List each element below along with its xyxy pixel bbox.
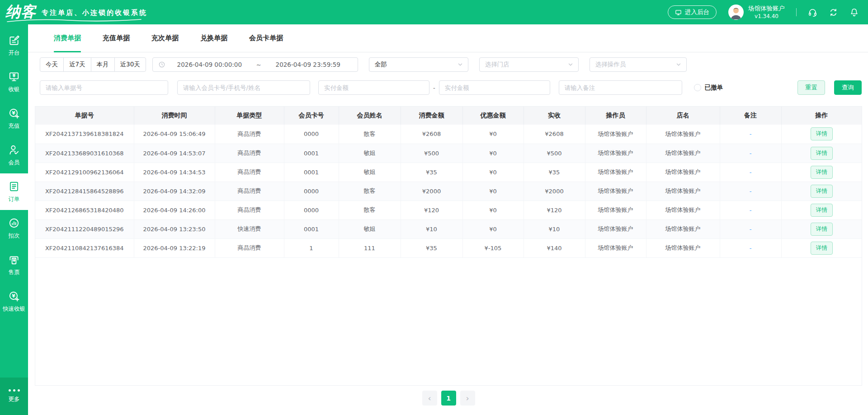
sidebar-item-recharge[interactable]: ¥ 充值 [0, 100, 28, 137]
table-cell: 场馆体验账户 [646, 219, 720, 238]
remark-link[interactable]: - [720, 201, 781, 219]
table-cell: XF2042133689031610368 [35, 144, 134, 163]
amount-max-input[interactable] [439, 80, 550, 95]
range-7days-button[interactable]: 近7天 [63, 57, 91, 72]
orders-table: 单据号 消费时间 单据类型 会员卡号 会员姓名 消费金额 优惠金额 实收 操作员… [35, 107, 862, 258]
date-range-picker[interactable]: 2026-04-09 00:00:00 ~ 2026-04-09 23:59:5… [152, 57, 358, 72]
sync-button[interactable] [829, 8, 838, 17]
detail-button[interactable]: 详情 [811, 185, 833, 198]
detail-button[interactable]: 详情 [811, 223, 833, 236]
sidebar-label: 订单 [9, 195, 20, 203]
col-member-name: 会员姓名 [339, 107, 401, 125]
table-cell: 2026-04-09 14:32:09 [134, 182, 215, 201]
svg-text:¥: ¥ [13, 258, 15, 263]
main-content: 消费单据 充值单据 充次单据 兑换单据 会员卡单据 今天 近7天 本月 近30天… [28, 24, 868, 415]
amount-min-input[interactable] [318, 80, 429, 95]
tab-recharge-orders[interactable]: 充值单据 [103, 24, 130, 52]
type-select[interactable]: 全部 [369, 57, 468, 72]
table-cell: XF2042126865318420480 [35, 201, 134, 219]
action-cell: 详情 [781, 201, 862, 219]
table-cell: 场馆体验账户 [585, 238, 646, 257]
table-body: XF20421371396183818242026-04-09 15:06:49… [35, 125, 862, 257]
current-page-button[interactable]: 1 [441, 391, 456, 406]
detail-button[interactable]: 详情 [811, 127, 833, 140]
enter-backend-button[interactable]: 进入后台 [668, 5, 717, 19]
table-cell: 敏姐 [339, 144, 401, 163]
tab-exchange-orders[interactable]: 兑换单据 [200, 24, 227, 52]
account-text: 场馆体验账户 v1.34.40 [748, 4, 785, 20]
table-cell: 场馆体验账户 [646, 163, 720, 182]
detail-button[interactable]: 详情 [811, 166, 833, 179]
member-search-input[interactable] [177, 80, 310, 95]
sidebar-label: 收银 [9, 85, 20, 93]
brand-tagline: 专注单店、小连锁的收银系统 [42, 9, 147, 17]
remark-link[interactable]: - [720, 125, 781, 144]
customer-service-button[interactable] [808, 8, 817, 17]
revoked-radio[interactable] [694, 84, 701, 91]
table-cell: 0000 [284, 125, 339, 144]
remark-link[interactable]: - [720, 144, 781, 163]
table-cell: 场馆体验账户 [646, 144, 720, 163]
reset-button[interactable]: 重置 [797, 80, 825, 95]
detail-button[interactable]: 详情 [811, 147, 833, 160]
store-select-placeholder: 选择门店 [485, 61, 567, 69]
table-row: XF20421336890316103682026-04-09 14:53:07… [35, 144, 862, 163]
table-cell: ¥0 [462, 219, 524, 238]
topbar: 纳客 专注单店、小连锁的收银系统 进入后台 场馆体验账户 [0, 0, 868, 24]
tab-member-card-orders[interactable]: 会员卡单据 [249, 24, 283, 52]
sidebar-item-member[interactable]: 会员 [0, 137, 28, 173]
table-cell: 散客 [339, 125, 401, 144]
sidebar-item-orders[interactable]: 订单 [0, 173, 28, 210]
remark-link[interactable]: - [720, 182, 781, 201]
sidebar-item-open-table[interactable]: 开台 [0, 27, 28, 64]
remark-link[interactable]: - [720, 238, 781, 257]
col-order-type: 单据类型 [215, 107, 284, 125]
remark-link[interactable]: - [720, 219, 781, 238]
operator-select[interactable]: 选择操作员 [590, 57, 687, 72]
sidebar-item-quick-cashier[interactable]: ¥ 快速收银 [0, 283, 28, 320]
table-cell: 2026-04-09 13:22:19 [134, 238, 215, 257]
range-30days-button[interactable]: 近30天 [114, 57, 146, 72]
table-cell: 场馆体验账户 [585, 144, 646, 163]
open-table-icon [8, 34, 20, 46]
table-cell: 场馆体验账户 [646, 238, 720, 257]
revoked-radio-group[interactable]: 已撤单 [694, 84, 723, 92]
svg-text:¥: ¥ [13, 73, 16, 78]
sidebar-item-ticket[interactable]: ¥ 售票 [0, 247, 28, 283]
table-cell: 商品消费 [215, 163, 284, 182]
range-month-button[interactable]: 本月 [91, 57, 115, 72]
date-end-value[interactable]: 2026-04-09 23:59:59 [264, 61, 352, 68]
date-start-value[interactable]: 2026-04-09 00:00:00 [165, 61, 254, 68]
detail-button[interactable]: 详情 [811, 204, 833, 217]
account-info[interactable]: 场馆体验账户 v1.34.40 [728, 4, 785, 20]
amount-range-separator: - [429, 84, 439, 91]
quick-cashier-coin-plus-icon: ¥ [8, 290, 20, 302]
store-select[interactable]: 选择门店 [479, 57, 579, 72]
remark-input[interactable] [559, 80, 682, 95]
more-dots-icon [9, 389, 20, 392]
table-cell: 0000 [284, 201, 339, 219]
sidebar-item-cashier[interactable]: ¥ 收银 [0, 64, 28, 100]
sidebar-item-deduct-count[interactable]: 扣次 [0, 210, 28, 247]
detail-button[interactable]: 详情 [811, 242, 833, 255]
col-remark: 备注 [720, 107, 781, 125]
remark-link[interactable]: - [720, 163, 781, 182]
col-discount-amount: 优惠金额 [462, 107, 524, 125]
headset-icon [808, 8, 817, 17]
table-cell: 2026-04-09 13:23:50 [134, 219, 215, 238]
table-cell: ¥0 [462, 201, 524, 219]
tab-times-orders[interactable]: 充次单据 [151, 24, 179, 52]
brand-logo: 纳客 [5, 4, 36, 19]
col-card-no: 会员卡号 [284, 107, 339, 125]
table-cell: XF2042129100962136064 [35, 163, 134, 182]
notifications-button[interactable] [849, 8, 859, 17]
next-page-button[interactable]: › [460, 391, 475, 406]
tab-consume-orders[interactable]: 消费单据 [54, 24, 81, 52]
col-consume-time: 消费时间 [134, 107, 215, 125]
monitor-icon [675, 9, 682, 16]
prev-page-button[interactable]: ‹ [422, 391, 437, 406]
sidebar-item-more[interactable]: 更多 [0, 378, 28, 415]
range-today-button[interactable]: 今天 [40, 57, 64, 72]
order-no-input[interactable] [40, 80, 168, 95]
search-button[interactable]: 查询 [834, 80, 862, 95]
